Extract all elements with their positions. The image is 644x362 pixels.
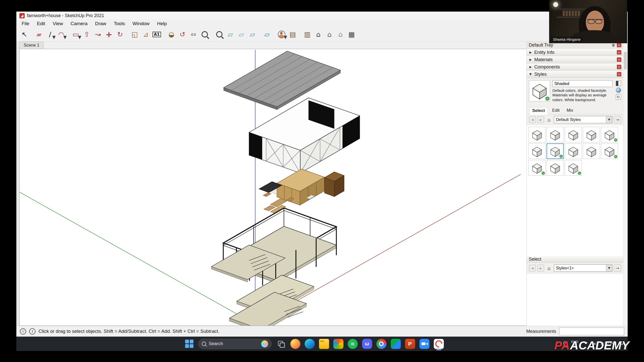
menu-help[interactable]: Help	[153, 20, 171, 27]
tab-edit[interactable]: Edit	[549, 107, 562, 114]
section-materials[interactable]: ▶ Materials ×	[527, 56, 623, 63]
shapes-tool-button[interactable]: ▭▾	[70, 29, 81, 40]
scene-tab[interactable]: Scene 1	[19, 42, 44, 49]
meet-taskbar-icon[interactable]	[391, 339, 401, 349]
tab-mix[interactable]: Mix	[564, 107, 576, 114]
section-entity-info[interactable]: ▶ Entity Info ×	[527, 49, 623, 56]
drawer-tool-button[interactable]: ▦	[346, 29, 357, 40]
section-fill-tool-button[interactable]: ▱	[261, 29, 273, 40]
section-close-button[interactable]: ×	[617, 72, 621, 76]
chrome-taskbar-icon[interactable]	[376, 339, 386, 349]
photos-taskbar-icon[interactable]	[333, 339, 343, 349]
section-styles[interactable]: ▼ Styles ×	[527, 71, 623, 78]
style-thumbnail-3[interactable]	[565, 127, 582, 142]
style-thumbnail-1[interactable]	[528, 127, 546, 142]
section-display-tool-button[interactable]: ▱	[236, 29, 247, 40]
spotify-taskbar-icon[interactable]	[348, 339, 358, 349]
rotate-tool-button[interactable]: ↻	[115, 29, 126, 40]
discord-taskbar-icon[interactable]	[362, 339, 372, 349]
line-tool-button[interactable]: ∕▾	[45, 29, 56, 40]
powerpoint-taskbar-icon[interactable]: P	[405, 339, 415, 349]
zoom-taskbar-icon[interactable]	[419, 339, 429, 349]
menu-view[interactable]: View	[49, 20, 67, 27]
menu-camera[interactable]: Camera	[67, 20, 91, 27]
secondary-pane-toggle-icon[interactable]	[616, 81, 621, 86]
search-highlight-icon[interactable]	[261, 340, 268, 347]
materials-tool-button[interactable]: ▥	[302, 29, 313, 40]
section-plane-tool-button[interactable]: ▱	[225, 29, 236, 40]
tape-measure-tool-button[interactable]: ⊿	[140, 29, 151, 40]
model-roof-slab[interactable]	[224, 51, 340, 110]
style-thumbnail-13[interactable]: ↻	[565, 160, 582, 176]
dropdown-caret-icon[interactable]: ▾	[284, 33, 287, 40]
home-collections-icon[interactable]: ⌂	[546, 116, 552, 123]
secondary-collection-dropdown[interactable]: Styles<1> ▼	[554, 264, 612, 272]
style-thumbnail-9[interactable]	[583, 143, 600, 159]
move-tool-button[interactable]: +	[103, 29, 115, 40]
section-close-button[interactable]: ×	[617, 65, 621, 69]
details-menu-button[interactable]: →	[614, 116, 621, 123]
model-furniture-cluster[interactable]	[259, 169, 344, 213]
details-menu-button[interactable]: →	[614, 264, 621, 272]
model-structure-frame[interactable]	[211, 208, 336, 290]
model-viewport[interactable]	[19, 49, 526, 326]
scale-tool-button[interactable]: ◱	[129, 29, 140, 40]
section-close-button[interactable]: ×	[617, 57, 621, 62]
geolocation-tool-button[interactable]: ▾	[276, 29, 287, 40]
model-wall-assembly[interactable]	[249, 98, 360, 173]
taskbar-search[interactable]: Search	[198, 339, 272, 349]
menu-tools[interactable]: Tools	[110, 20, 129, 27]
section-cut-display-tool-button[interactable]: ▱	[247, 29, 258, 40]
style-thumbnail-6[interactable]	[528, 143, 546, 159]
menu-edit[interactable]: Edit	[33, 20, 49, 27]
tray-scrollbar[interactable]	[623, 42, 628, 326]
in-model-styles-icon[interactable]	[616, 88, 621, 93]
zoom-tool-button[interactable]	[199, 29, 210, 40]
dropdown-caret-icon[interactable]: ▾	[63, 33, 67, 40]
tray-close-button[interactable]: ×	[617, 43, 621, 47]
outline-home-tool-button[interactable]: ⌂	[335, 29, 346, 40]
zoom-extents-tool-button[interactable]	[214, 29, 225, 40]
tab-select[interactable]: Select	[529, 107, 548, 114]
orbit-tool-button[interactable]: ↺	[177, 29, 188, 40]
pin-icon[interactable]	[612, 43, 616, 47]
scrollbar-thumb[interactable]	[624, 52, 627, 70]
menu-file[interactable]: File	[18, 20, 33, 27]
edge-taskbar-icon[interactable]	[305, 339, 315, 349]
forward-arrow-button[interactable]: ►	[537, 265, 544, 271]
refresh-style-icon[interactable]: ↻	[616, 94, 621, 100]
new-home-tool-button[interactable]: ⌂	[324, 29, 335, 40]
eraser-tool-button[interactable]: ▰	[33, 29, 45, 40]
style-thumbnail-8[interactable]	[565, 143, 582, 159]
style-thumbnail-4[interactable]	[583, 127, 600, 142]
follow-me-tool-button[interactable]: ↝	[92, 29, 103, 40]
style-thumbnail-11[interactable]: ↻	[528, 160, 546, 176]
push-pull-tool-button[interactable]: ⇧	[81, 29, 92, 40]
arc-tool-button[interactable]: ◠▾	[56, 29, 67, 40]
style-thumbnail-7[interactable]: ↻	[547, 143, 564, 159]
back-arrow-button[interactable]: ◄	[529, 265, 536, 271]
firefox-taskbar-icon[interactable]	[290, 339, 300, 349]
style-thumbnail-2[interactable]	[547, 127, 564, 142]
style-thumbnail-5[interactable]: ↻	[601, 127, 618, 142]
style-name-input[interactable]	[552, 80, 613, 87]
paint-bucket-tool-button[interactable]: ◒	[166, 29, 177, 40]
file-explorer-taskbar-icon[interactable]	[319, 339, 329, 349]
style-thumbnail-12[interactable]	[547, 160, 564, 176]
sketchup-taskbar-icon[interactable]	[434, 339, 444, 349]
credits-info-icon[interactable]: i	[29, 328, 35, 335]
home-tool-button[interactable]: ⌂	[313, 29, 324, 40]
select-tool-button[interactable]: ↖	[19, 29, 30, 40]
home-collections-icon[interactable]: ⌂	[546, 265, 552, 271]
style-collection-dropdown[interactable]: Default Styles ▼	[554, 116, 612, 123]
dropdown-caret-icon[interactable]: ▾	[78, 33, 81, 40]
back-arrow-button[interactable]: ◄	[529, 116, 536, 123]
component-tool-button[interactable]: ▤	[287, 29, 298, 40]
style-thumbnail-10[interactable]: ↻	[601, 143, 618, 159]
pan-tool-button[interactable]: ⇔	[188, 29, 199, 40]
forward-arrow-button[interactable]: ►	[537, 116, 544, 123]
measurements-input[interactable]	[559, 328, 624, 335]
viewport-canvas[interactable]	[20, 49, 526, 326]
start-button[interactable]	[185, 339, 194, 348]
section-components[interactable]: ▶ Components ×	[527, 63, 623, 71]
